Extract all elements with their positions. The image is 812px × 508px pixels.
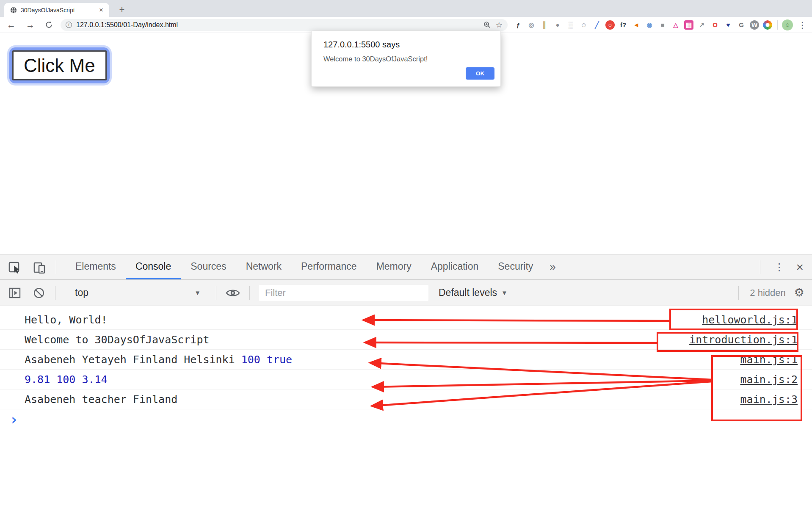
live-expression-eye-icon[interactable] xyxy=(226,287,240,298)
console-log-row: Asabeneh Yetayeh Finland Helsinki 100 tr… xyxy=(0,350,812,370)
context-label: top xyxy=(75,287,88,298)
browser-tab[interactable]: 30DaysOfJavaScript × xyxy=(4,3,109,17)
tabbar-divider xyxy=(56,260,56,274)
browser-menu-icon[interactable]: ⋮ xyxy=(798,20,806,30)
extensions-bar: ƒ◎║●▒☺╱○f?◄◉■△▦↗O♥GW xyxy=(514,20,772,30)
context-dropdown[interactable]: top ▼ xyxy=(65,287,207,298)
profile-avatar[interactable]: ☺ xyxy=(782,19,793,30)
back-icon[interactable]: ← xyxy=(7,20,16,29)
source-link-main-2[interactable]: main.js:2 xyxy=(740,373,798,386)
camera-extension-icon[interactable]: ■ xyxy=(658,20,667,30)
alert-message: Welcome to 30DaysOfJavaScript! xyxy=(323,55,494,63)
swirl-extension-icon[interactable]: ◉ xyxy=(645,20,654,30)
tab-memory[interactable]: Memory xyxy=(367,254,421,279)
tab-sources[interactable]: Sources xyxy=(181,254,236,279)
log-number-text: 9.81 100 3.14 xyxy=(25,373,108,386)
levels-label: Default levels xyxy=(439,287,497,298)
toolbar-divider xyxy=(738,286,739,300)
clear-console-icon[interactable] xyxy=(32,286,46,300)
tab-close-icon[interactable]: × xyxy=(97,6,105,14)
share-extension-icon[interactable]: ↗ xyxy=(697,20,707,30)
grid-extension-icon[interactable]: ▒ xyxy=(566,20,575,30)
source-link-main-3[interactable]: main.js:3 xyxy=(740,393,798,406)
url-text: 127.0.0.1:5500/01-Day/index.html xyxy=(76,21,483,29)
prompt-chevron-icon: › xyxy=(9,412,19,427)
more-tabs-icon[interactable]: » xyxy=(550,260,555,273)
toolbar-divider xyxy=(249,286,250,300)
alert-title: 127.0.0.1:5500 says xyxy=(323,40,494,50)
browser-window: 30DaysOfJavaScript × + ← → i 127.0.0.1:5… xyxy=(0,0,812,508)
w-extension-icon[interactable]: W xyxy=(750,20,759,30)
devtools-panel: Elements Console Sources Network Perform… xyxy=(0,254,812,508)
tab-console[interactable]: Console xyxy=(126,254,181,279)
log-text: Hello, World! xyxy=(25,314,108,326)
heart-search-extension-icon[interactable]: ♥ xyxy=(724,20,733,30)
zoom-magnifier-icon[interactable] xyxy=(483,21,491,28)
bookmark-star-icon[interactable]: ☆ xyxy=(496,20,503,30)
toolbar-divider xyxy=(777,20,778,30)
console-log-row: 9.81 100 3.14 main.js:2 xyxy=(0,370,812,389)
bell-extension-icon[interactable]: △ xyxy=(671,20,680,30)
log-text: Asabeneh teacher Finland xyxy=(25,393,177,406)
bug-extension-icon[interactable]: ● xyxy=(553,20,562,30)
opera-extension-icon[interactable]: O xyxy=(710,20,720,30)
tab-performance[interactable]: Performance xyxy=(291,254,367,279)
target-extension-icon[interactable]: ◎ xyxy=(527,20,536,30)
console-settings-gear-icon[interactable]: ⚙ xyxy=(794,287,804,298)
script-f-extension-icon[interactable]: ƒ xyxy=(514,20,523,30)
log-text: Welcome to 30DaysOfJavaScript xyxy=(25,334,210,346)
qr-extension-icon[interactable]: ▦ xyxy=(684,20,693,30)
tab-network[interactable]: Network xyxy=(236,254,291,279)
page-info-icon[interactable]: i xyxy=(66,22,72,28)
console-prompt[interactable]: › xyxy=(0,409,812,429)
chevron-down-icon: ▼ xyxy=(194,289,201,296)
tab-title: 30DaysOfJavaScript xyxy=(21,7,97,14)
color-wheel-extension-icon[interactable] xyxy=(763,20,772,30)
stop-hand-extension-icon[interactable]: ○ xyxy=(605,20,615,30)
inspect-element-icon[interactable] xyxy=(8,260,22,274)
log-levels-dropdown[interactable]: Default levels ▼ xyxy=(439,287,508,298)
devtools-tabbar: Elements Console Sources Network Perform… xyxy=(0,254,812,280)
globe-favicon-icon xyxy=(10,7,17,14)
console-toolbar: top ▼ Default levels ▼ 2 hidden ⚙ xyxy=(0,280,812,306)
tab-strip: 30DaysOfJavaScript × + xyxy=(0,0,812,17)
log-text: Asabeneh Yetayeh Finland Helsinki xyxy=(25,353,241,366)
toolbar-divider xyxy=(216,286,216,300)
hidden-messages-count: 2 hidden xyxy=(750,287,785,298)
f-question-extension-icon[interactable]: f? xyxy=(619,20,628,30)
console-log-row: Hello, World! helloworld.js:1 xyxy=(0,310,812,330)
click-me-button[interactable]: Click Me xyxy=(12,50,107,80)
source-link-main-1[interactable]: main.js:1 xyxy=(740,353,798,366)
console-output: Hello, World! helloworld.js:1 Welcome to… xyxy=(0,306,812,429)
pause-extension-icon[interactable]: ║ xyxy=(540,20,549,30)
page-viewport: Click Me 127.0.0.1:5500 says Welcome to … xyxy=(0,33,812,254)
forward-icon[interactable]: → xyxy=(26,20,35,29)
console-log-row: Asabeneh teacher Finland main.js:3 xyxy=(0,389,812,409)
reload-icon[interactable] xyxy=(45,21,53,29)
devtools-menu-icon[interactable]: ⋮ xyxy=(774,261,784,273)
tabbar-divider xyxy=(760,260,760,274)
alert-ok-button[interactable]: OK xyxy=(466,67,494,80)
log-number-text: 100 true xyxy=(241,353,292,366)
devtools-close-icon[interactable]: × xyxy=(796,261,804,273)
source-link-introduction[interactable]: introduction.js:1 xyxy=(689,334,798,346)
emoji-extension-icon[interactable]: ☺ xyxy=(579,20,588,30)
filter-input[interactable] xyxy=(259,285,428,301)
address-bar[interactable]: i 127.0.0.1:5500/01-Day/index.html ☆ xyxy=(61,19,508,31)
source-link-helloworld[interactable]: helloworld.js:1 xyxy=(702,314,798,326)
megaphone-extension-icon[interactable]: ◄ xyxy=(632,20,641,30)
new-tab-button[interactable]: + xyxy=(115,3,129,17)
tab-elements[interactable]: Elements xyxy=(66,254,126,279)
device-toolbar-icon[interactable] xyxy=(32,260,47,274)
tab-application[interactable]: Application xyxy=(421,254,489,279)
toolbar-divider xyxy=(55,286,55,300)
tab-security[interactable]: Security xyxy=(488,254,543,279)
chevron-down-icon: ▼ xyxy=(501,289,508,296)
g-arrow-extension-icon[interactable]: G xyxy=(737,20,746,30)
alert-dialog: 127.0.0.1:5500 says Welcome to 30DaysOfJ… xyxy=(311,30,501,87)
console-log-row: Welcome to 30DaysOfJavaScript introducti… xyxy=(0,330,812,350)
dropper-extension-icon[interactable]: ╱ xyxy=(592,20,602,30)
console-sidebar-toggle-icon[interactable] xyxy=(8,286,22,300)
click-me-focus-ring: Click Me xyxy=(9,47,110,83)
